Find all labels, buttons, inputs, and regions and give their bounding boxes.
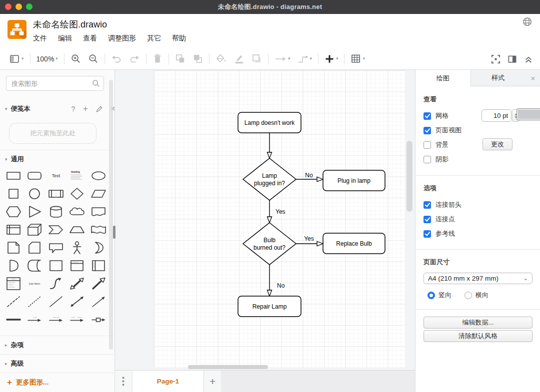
redo-button[interactable] bbox=[129, 54, 140, 64]
menu-view[interactable]: 查看 bbox=[83, 34, 97, 43]
shape-directional-connector[interactable] bbox=[88, 294, 109, 309]
page-tab[interactable]: Page-1 bbox=[132, 371, 204, 392]
canvas[interactable]: No Yes Yes No Lamp doesn't work Lamp plu… bbox=[115, 70, 415, 370]
connection-style-button[interactable]: ▾ bbox=[274, 55, 290, 63]
canvas-vertical-scrollbar[interactable] bbox=[406, 141, 412, 212]
zoom-out-button[interactable] bbox=[88, 53, 98, 64]
collapse-toolbar-button[interactable] bbox=[524, 54, 533, 63]
shape-square[interactable] bbox=[3, 186, 24, 201]
shape-actor[interactable] bbox=[66, 240, 88, 255]
shape-cloud[interactable] bbox=[66, 204, 88, 219]
shape-triangle[interactable] bbox=[24, 204, 45, 219]
edge-label-yes[interactable]: Yes bbox=[304, 235, 314, 242]
shape-hexagon[interactable] bbox=[3, 204, 24, 219]
shape-rounded-rectangle[interactable] bbox=[24, 168, 45, 183]
sidebar-scrollbar[interactable] bbox=[109, 80, 113, 350]
shadow-checkbox[interactable] bbox=[424, 156, 431, 163]
shape-tape[interactable] bbox=[88, 222, 109, 237]
scratchpad-dropzone[interactable]: 把元素拖至此处 bbox=[9, 123, 96, 144]
edge-label-yes[interactable]: Yes bbox=[276, 208, 286, 215]
node-lamp-plugged-in[interactable] bbox=[243, 158, 296, 200]
shape-circle[interactable] bbox=[24, 186, 45, 201]
shape-horizontal-container[interactable] bbox=[88, 258, 109, 273]
shape-cube[interactable] bbox=[24, 222, 45, 237]
shape-textbox[interactable]: Heading bbox=[66, 168, 88, 183]
shape-trapezoid[interactable] bbox=[66, 222, 88, 237]
advanced-section-header[interactable]: ▸ 高级 bbox=[0, 354, 125, 373]
panel-close-button[interactable]: × bbox=[526, 70, 540, 86]
change-background-button[interactable]: 更改 bbox=[482, 138, 512, 150]
sidebar-resize-handle[interactable] bbox=[113, 226, 116, 239]
fullscreen-button[interactable] bbox=[491, 54, 500, 64]
scratchpad-add-icon[interactable]: + bbox=[83, 104, 88, 113]
menu-arrange[interactable]: 调整图形 bbox=[108, 34, 136, 43]
page-size-select[interactable]: A4 (210 mm x 297 mm) ⌄ bbox=[424, 273, 532, 284]
grid-color-swatch[interactable] bbox=[516, 108, 540, 120]
shape-bidirectional-connector[interactable] bbox=[66, 294, 88, 309]
view-panels-button[interactable]: ▾ bbox=[9, 53, 24, 64]
insert-button[interactable]: ▾ bbox=[324, 54, 338, 64]
grid-checkbox[interactable] bbox=[424, 112, 431, 120]
shape-arrow[interactable] bbox=[88, 276, 109, 291]
zoom-window-button[interactable] bbox=[26, 3, 32, 10]
shape-rectangle[interactable] bbox=[3, 168, 24, 183]
general-section-header[interactable]: ▾ 通用 bbox=[0, 150, 125, 168]
zoom-in-button[interactable] bbox=[70, 53, 81, 64]
shape-parallelogram[interactable] bbox=[88, 186, 109, 201]
clear-default-style-button[interactable]: 清除默认风格 bbox=[424, 330, 532, 342]
shape-list[interactable] bbox=[3, 276, 24, 291]
pages-menu-button[interactable] bbox=[115, 377, 132, 386]
delete-button[interactable] bbox=[152, 53, 162, 64]
waypoint-style-button[interactable]: ▾ bbox=[297, 54, 312, 64]
add-page-button[interactable]: + bbox=[204, 376, 221, 388]
landscape-radio[interactable]: 横向 bbox=[464, 291, 488, 300]
portrait-radio[interactable]: 竖向 bbox=[428, 291, 452, 300]
misc-section-header[interactable]: ▸ 杂项 bbox=[0, 336, 125, 354]
shape-arrow-two-labels[interactable] bbox=[66, 312, 88, 327]
grid-size-input[interactable] bbox=[482, 109, 512, 122]
shape-ellipse[interactable] bbox=[88, 168, 109, 183]
shape-line[interactable] bbox=[46, 294, 66, 309]
shape-text[interactable]: Text bbox=[46, 168, 66, 183]
to-back-button[interactable] bbox=[192, 53, 203, 64]
shape-process[interactable] bbox=[46, 186, 66, 201]
shape-callout[interactable] bbox=[46, 240, 66, 255]
background-checkbox[interactable] bbox=[424, 141, 431, 149]
shape-link[interactable] bbox=[3, 312, 24, 327]
shape-vertical-container[interactable] bbox=[66, 258, 88, 273]
scratchpad-section-header[interactable]: ▾ 便笺本 ? + × bbox=[0, 100, 125, 118]
scratchpad-edit-icon[interactable] bbox=[96, 106, 102, 112]
node-bulb-burned-out[interactable] bbox=[243, 223, 296, 265]
shape-cylinder[interactable] bbox=[46, 204, 66, 219]
to-front-button[interactable] bbox=[175, 53, 186, 64]
shape-arrow-box[interactable] bbox=[88, 312, 109, 327]
format-panel-toggle-button[interactable] bbox=[508, 54, 517, 64]
shape-list-item[interactable]: List Item bbox=[24, 276, 45, 291]
shape-search-input[interactable] bbox=[10, 78, 92, 88]
shape-container[interactable] bbox=[46, 258, 66, 273]
zoom-level-button[interactable]: 100% ▾ bbox=[36, 55, 58, 63]
edge-label-no[interactable]: No bbox=[305, 172, 313, 179]
fill-color-button[interactable] bbox=[216, 53, 226, 64]
shape-card[interactable] bbox=[24, 240, 45, 255]
shape-document[interactable] bbox=[88, 204, 109, 219]
shape-arrow-label[interactable] bbox=[46, 312, 66, 327]
shape-dotted-line[interactable] bbox=[24, 294, 45, 309]
edge-label-no[interactable]: No bbox=[277, 282, 285, 289]
connection-points-checkbox[interactable] bbox=[424, 216, 431, 223]
shape-note[interactable] bbox=[3, 240, 24, 255]
tab-diagram[interactable]: 绘图 bbox=[416, 70, 470, 86]
line-color-button[interactable] bbox=[234, 53, 244, 64]
shadow-button[interactable] bbox=[252, 53, 262, 64]
more-shapes-button[interactable]: + 更多图形... bbox=[0, 373, 115, 392]
close-window-button[interactable] bbox=[5, 3, 12, 10]
menu-edit[interactable]: 编辑 bbox=[58, 34, 72, 43]
minimize-window-button[interactable] bbox=[16, 3, 22, 10]
menu-extras[interactable]: 其它 bbox=[147, 34, 161, 43]
language-globe-icon[interactable] bbox=[522, 17, 532, 26]
canvas-horizontal-scrollbar[interactable] bbox=[188, 365, 268, 369]
undo-button[interactable] bbox=[111, 54, 122, 64]
shape-or[interactable] bbox=[88, 240, 109, 255]
scratchpad-help-icon[interactable]: ? bbox=[72, 105, 76, 113]
shape-and[interactable] bbox=[3, 258, 24, 273]
